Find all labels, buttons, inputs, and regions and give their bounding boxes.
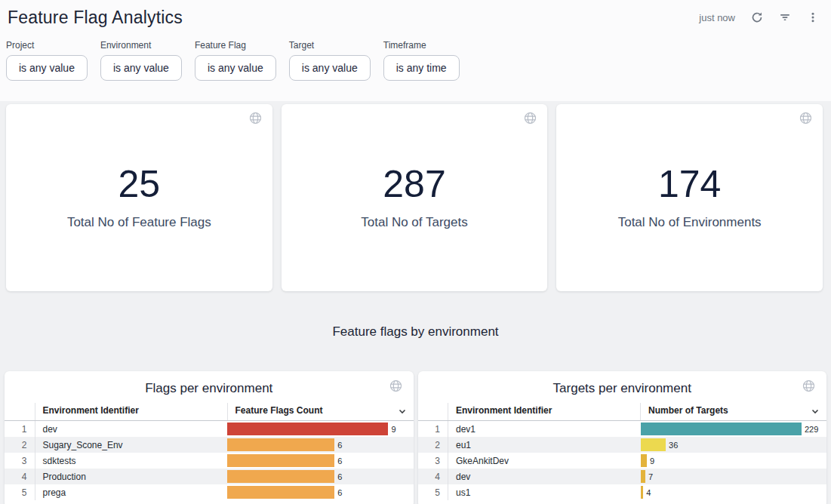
- globe-icon: [389, 380, 402, 395]
- row-index: 5: [418, 484, 448, 500]
- table-row: 3 sdktests 6: [5, 453, 414, 469]
- bar-cell: 36: [641, 437, 827, 453]
- table-header-row: Environment Identifier Feature Flags Cou…: [5, 403, 414, 421]
- bar: [641, 486, 644, 499]
- filter-label: Target: [289, 40, 371, 51]
- row-index: 2: [418, 437, 448, 453]
- chevron-down-icon[interactable]: [810, 406, 820, 419]
- last-refreshed-label: just now: [699, 12, 735, 23]
- kpi-value: 287: [383, 165, 445, 203]
- kpi-value: 174: [658, 165, 721, 203]
- table-row: 2 Sugary_Scone_Env 6: [5, 437, 414, 453]
- chevron-down-icon[interactable]: [397, 406, 408, 419]
- filter-label: Environment: [100, 40, 182, 51]
- environment-name-cell: GkeAnkitDev: [448, 453, 641, 469]
- bar-cell: 6: [227, 484, 414, 500]
- bar-value: 6: [337, 472, 342, 481]
- bar-cell: 9: [641, 453, 827, 469]
- filter-value-button-timeframe[interactable]: is any time: [383, 55, 460, 81]
- column-header-label: Number of Targets: [648, 405, 728, 416]
- environment-name-cell: dev: [35, 421, 227, 438]
- column-header-feature-flags-count[interactable]: Feature Flags Count: [227, 403, 414, 421]
- table-row: 5 us1 4: [418, 484, 827, 500]
- bar-cell: 9: [227, 421, 414, 438]
- kpi-label: Total No of Environments: [618, 215, 762, 230]
- bar: [641, 470, 646, 483]
- chart-header: Flags per environment: [5, 371, 414, 403]
- column-header-label: Feature Flags Count: [235, 405, 323, 416]
- bar-value: 9: [650, 456, 654, 466]
- bar-value: 4: [646, 488, 651, 497]
- refresh-icon[interactable]: [749, 10, 765, 25]
- table-row: 2 eu1 36: [418, 437, 827, 453]
- row-index: 2: [5, 437, 35, 453]
- kpi-tile-environments: 174 Total No of Environments: [556, 104, 823, 291]
- filter-group-environment: Environment is any value: [100, 40, 182, 81]
- bar-cell: 6: [227, 453, 414, 469]
- bar: [227, 438, 334, 451]
- table-row: 4 Production 6: [5, 469, 414, 484]
- row-index: 1: [418, 421, 448, 438]
- chart-header: Targets per environment: [418, 371, 827, 403]
- bar-value: 6: [337, 456, 342, 466]
- globe-icon: [802, 380, 815, 395]
- column-header-environment-identifier[interactable]: Environment Identifier: [35, 403, 227, 421]
- chart-title: Targets per environment: [553, 381, 691, 395]
- dashboard-header-zone: Feature Flag Analytics just now Project …: [0, 0, 831, 101]
- filter-value-button-feature-flag[interactable]: is any value: [195, 55, 276, 81]
- table-row: 4 dev 7: [418, 469, 827, 484]
- environment-name-cell: Production: [35, 469, 227, 484]
- chart-card-targets-per-environment: Targets per environment Environment Iden…: [418, 371, 827, 504]
- kpi-row: 25 Total No of Feature Flags 287 Total N…: [6, 104, 823, 291]
- filter-value-button-target[interactable]: is any value: [289, 55, 371, 81]
- row-index: 5: [5, 484, 35, 500]
- bar-value: 36: [669, 441, 678, 450]
- chart-card-flags-per-environment: Flags per environment Environment Identi…: [5, 371, 414, 504]
- column-header-number-of-targets[interactable]: Number of Targets: [641, 403, 827, 421]
- kpi-tile-targets: 287 Total No of Targets: [282, 104, 548, 291]
- globe-icon: [524, 112, 537, 128]
- bar-value: 9: [391, 425, 395, 434]
- bar: [227, 454, 334, 467]
- filter-label: Feature Flag: [195, 40, 276, 51]
- kebab-menu-icon[interactable]: [805, 10, 820, 25]
- column-header-environment-identifier[interactable]: Environment Identifier: [448, 403, 641, 421]
- filter-bar: Project is any value Environment is any …: [0, 34, 831, 81]
- bar-value: 7: [648, 472, 653, 481]
- bar-cell: 7: [641, 469, 827, 484]
- bar-value: 229: [805, 425, 818, 434]
- environment-name-cell: eu1: [448, 437, 641, 453]
- top-bar: Feature Flag Analytics just now: [0, 4, 831, 29]
- table-row: 5 prega 6: [5, 484, 414, 500]
- flags-table: Environment Identifier Feature Flags Cou…: [5, 403, 414, 500]
- environment-name-cell: sdktests: [35, 453, 227, 469]
- bar-value: 6: [337, 441, 342, 450]
- bar: [227, 486, 334, 499]
- top-bar-actions: just now: [699, 10, 820, 25]
- bar-cell: 6: [227, 437, 414, 453]
- filter-value-button-project[interactable]: is any value: [6, 55, 88, 81]
- row-index: 3: [5, 453, 35, 469]
- filter-group-timeframe: Timeframe is any time: [383, 40, 460, 81]
- filter-label: Timeframe: [383, 40, 460, 51]
- environment-name-cell: dev: [448, 469, 641, 484]
- environment-name-cell: us1: [448, 484, 641, 500]
- filter-value-button-environment[interactable]: is any value: [100, 55, 182, 81]
- environment-name-cell: prega: [35, 484, 227, 500]
- bar: [641, 438, 666, 451]
- filter-group-feature-flag: Feature Flag is any value: [195, 40, 276, 81]
- row-index: 4: [5, 469, 35, 484]
- section-title: Feature flags by environment: [0, 324, 831, 340]
- globe-icon: [249, 112, 262, 128]
- filter-group-target: Target is any value: [289, 40, 371, 81]
- bar-cell: 229: [641, 421, 827, 438]
- table-row: 1 dev 9: [5, 421, 414, 438]
- chart-title: Flags per environment: [145, 381, 272, 395]
- filter-list-icon[interactable]: [777, 10, 793, 25]
- kpi-value: 25: [118, 165, 161, 203]
- table-row: 3 GkeAnkitDev 9: [418, 453, 827, 469]
- bar-cell: 6: [227, 469, 414, 484]
- bar-cell: 4: [641, 484, 827, 500]
- environment-name-cell: Sugary_Scone_Env: [35, 437, 227, 453]
- row-number-header: [5, 403, 35, 421]
